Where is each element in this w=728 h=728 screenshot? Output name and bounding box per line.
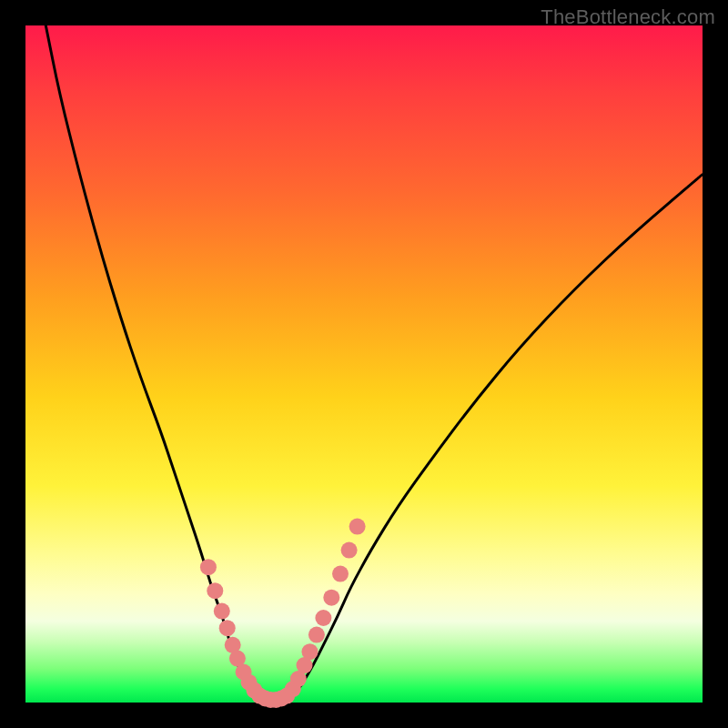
bead-dot bbox=[315, 610, 331, 626]
bottleneck-curve-path bbox=[46, 25, 703, 702]
curve-layer bbox=[25, 25, 703, 703]
plot-area bbox=[25, 25, 703, 703]
bead-dot bbox=[214, 603, 230, 620]
bead-dot bbox=[323, 590, 339, 606]
bead-dot bbox=[200, 559, 217, 575]
bead-dot bbox=[349, 519, 366, 535]
bead-dot bbox=[219, 620, 236, 636]
watermark-text: TheBottleneck.com bbox=[541, 5, 715, 29]
chart-frame: TheBottleneck.com bbox=[0, 0, 728, 728]
highlight-beads bbox=[200, 519, 366, 708]
bead-dot bbox=[207, 582, 223, 599]
bead-dot bbox=[302, 643, 318, 660]
bottleneck-curve bbox=[46, 25, 703, 702]
bead-dot bbox=[332, 566, 349, 582]
bead-dot bbox=[341, 542, 358, 559]
bead-dot bbox=[308, 627, 325, 643]
